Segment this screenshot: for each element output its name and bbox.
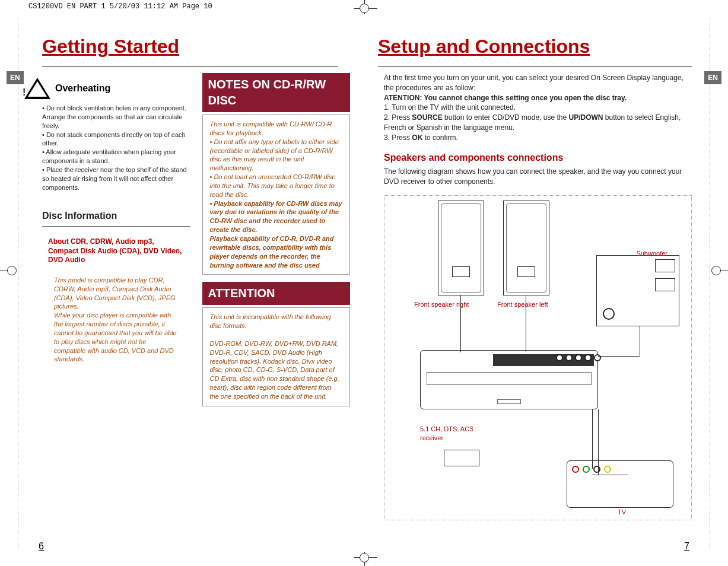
crop-circle bbox=[360, 4, 369, 13]
right-column: NOTES ON CD-R/RW DISC This unit is compa… bbox=[202, 73, 351, 406]
notes-body-2: • Playback capability for CD-RW discs ma… bbox=[210, 200, 342, 269]
about-body: This model is compatible to play CDR, CD… bbox=[42, 270, 190, 370]
warning-bang: ! bbox=[23, 86, 26, 99]
front-speaker-left bbox=[503, 201, 549, 295]
front-speaker-right bbox=[438, 201, 484, 295]
label-tv: TV bbox=[618, 508, 626, 517]
title-rule bbox=[42, 66, 338, 67]
step-1: 1. Turn on the TV with the unit connecte… bbox=[384, 103, 692, 113]
page-number-right: 7 bbox=[684, 541, 689, 552]
attention-box: This unit is incompatible with the follo… bbox=[202, 307, 351, 406]
rule bbox=[42, 226, 190, 227]
page-title-left: Getting Started bbox=[42, 36, 362, 58]
label-subwoofer: Subwoofer bbox=[636, 249, 667, 258]
attention-heading: ATTENTION bbox=[202, 282, 351, 305]
speakers-heading: Speakers and components connections bbox=[384, 151, 692, 164]
overheating-heading: Overheating bbox=[55, 82, 110, 95]
disc-info-heading: Disc Information bbox=[42, 209, 190, 222]
left-column: ! Overheating • Do not block ventilation… bbox=[42, 73, 190, 406]
page-number-left: 6 bbox=[39, 541, 44, 552]
crop-circle bbox=[7, 266, 17, 275]
print-header: CS1200VD EN PART 1 5/20/03 11:12 AM Page… bbox=[28, 2, 212, 11]
source-label: SOURCE bbox=[412, 113, 442, 122]
crop-circle bbox=[360, 553, 369, 562]
tv bbox=[567, 460, 673, 508]
right-page: EN Setup and Connections At the first ti… bbox=[366, 18, 710, 548]
about-box: About CDR, CDRW, Audio mp3, Compact Disk… bbox=[42, 233, 190, 270]
title-rule bbox=[378, 66, 692, 67]
crop-circle bbox=[711, 266, 721, 275]
notes-body-1: This unit is compatible with CD-RW/ CD-R… bbox=[210, 120, 339, 198]
ok-label: OK bbox=[412, 133, 422, 142]
step3b: to confirm. bbox=[422, 133, 457, 142]
label-speaker-left: Front speaker left bbox=[497, 300, 548, 309]
connection-diagram: Front speaker right Front speaker left S… bbox=[384, 195, 692, 520]
step2b: button to enter CD/DVD mode, use the bbox=[443, 113, 569, 122]
updown-label: UP/DOWN bbox=[568, 113, 603, 122]
step-3: 3. Press OK to confirm. bbox=[384, 133, 692, 143]
step2a: 2. Press bbox=[384, 113, 412, 122]
label-receiver: 5.1 CH, DTS, AC3 receiver bbox=[420, 425, 479, 443]
subwoofer bbox=[596, 255, 679, 326]
lang-tab: EN bbox=[7, 71, 24, 84]
step-2: 2. Press SOURCE button to enter CD/DVD m… bbox=[384, 113, 692, 133]
lang-tab: EN bbox=[704, 71, 721, 84]
right-body: At the first time you turn on your unit,… bbox=[366, 73, 710, 520]
coax-box bbox=[444, 450, 479, 466]
warning-icon bbox=[24, 78, 50, 99]
intro-bold: ATENTION: You cannot change this setting… bbox=[384, 93, 692, 103]
page-title-right: Setup and Connections bbox=[378, 36, 710, 58]
left-page: EN Getting Started ! Overheating • Do no… bbox=[18, 18, 362, 548]
speakers-body: The following diagram shows how you can … bbox=[384, 167, 692, 187]
notes-box: This unit is compatible with CD-RW/ CD-R… bbox=[202, 115, 351, 275]
overheating-body: • Do not block ventilation holes in any … bbox=[42, 104, 190, 192]
receiver bbox=[420, 350, 598, 409]
notes-heading: NOTES ON CD-R/RW DISC bbox=[202, 73, 351, 112]
step3a: 3. Press bbox=[384, 133, 412, 142]
intro-line: At the first time you turn on your unit,… bbox=[384, 73, 692, 93]
